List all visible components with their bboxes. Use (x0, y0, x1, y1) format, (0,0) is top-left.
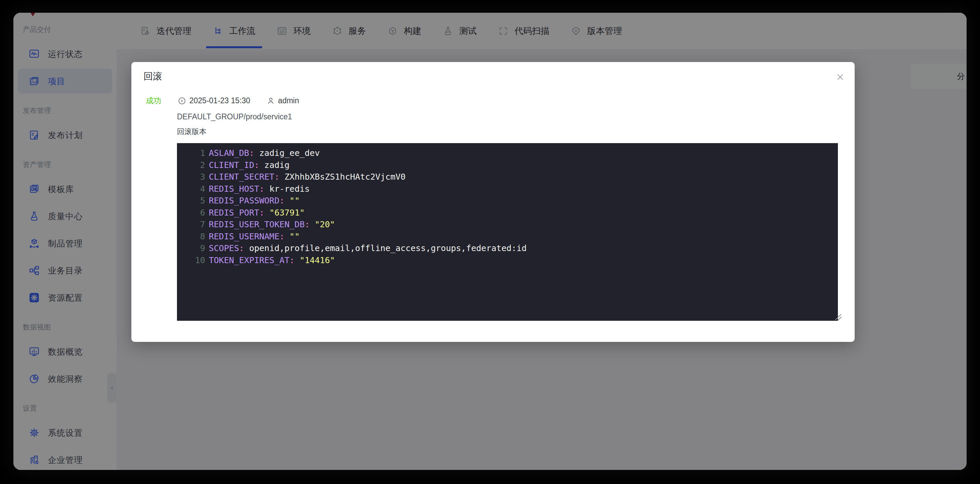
code-text: REDIS_USER_TOKEN_DB: "20" (209, 218, 335, 231)
rollback-version-label: 回滚版本 (177, 127, 207, 137)
close-icon[interactable] (836, 73, 845, 81)
line-number: 4 (177, 183, 205, 195)
code-line: 3CLIENT_SECRET: ZXhhbXBsZS1hcHAtc2VjcmV0 (177, 171, 838, 183)
line-number: 1 (177, 147, 205, 159)
rollback-modal: 回滚 成功 2025-01-23 15:30 (131, 62, 855, 342)
code-line: 7REDIS_USER_TOKEN_DB: "20" (177, 218, 838, 231)
run-time: 2025-01-23 15:30 (189, 96, 250, 105)
code-text: ASLAN_DB: zadig_ee_dev (209, 147, 320, 159)
code-line: 10TOKEN_EXPIRES_AT: "14416" (177, 255, 838, 266)
user-icon (266, 97, 275, 105)
app-background: 产品交付运行状态PM项目发布管理发布计划资产管理模板库质量中心制品管理业务目录资… (13, 13, 967, 470)
code-line: 8REDIS_USERNAME: "" (177, 231, 838, 243)
line-number: 5 (177, 195, 205, 207)
code-line: 5REDIS_PASSWORD: "" (177, 195, 838, 207)
code-text: REDIS_HOST: kr-redis (209, 183, 310, 195)
code-text: CLIENT_SECRET: ZXhhbXBsZS1hcHAtc2VjcmV0 (209, 171, 406, 183)
status-badge: 成功 (146, 96, 161, 106)
resize-grip-icon[interactable] (834, 313, 843, 322)
code-text: TOKEN_EXPIRES_AT: "14416" (209, 255, 335, 266)
run-time-icon (178, 97, 186, 105)
code-line: 9SCOPES: openid,profile,email,offline_ac… (177, 242, 838, 255)
code-line: 4REDIS_HOST: kr-redis (177, 183, 838, 195)
line-number: 7 (177, 218, 205, 231)
line-number: 2 (177, 159, 205, 171)
yaml-code-editor[interactable]: 1ASLAN_DB: zadig_ee_dev2CLIENT_ID: zadig… (177, 143, 838, 321)
line-number: 10 (177, 255, 205, 266)
code-line: 6REDIS_PORT: "63791" (177, 207, 838, 219)
service-path: DEFAULT_GROUP/prod/service1 (177, 112, 292, 121)
line-number: 6 (177, 207, 205, 219)
code-text: SCOPES: openid,profile,email,offline_acc… (209, 242, 527, 255)
line-number: 3 (177, 171, 205, 183)
line-number: 8 (177, 231, 205, 243)
status-row: 成功 2025-01-23 15:30 admin (146, 96, 299, 106)
modal-executor: admin (278, 96, 299, 105)
code-line: 1ASLAN_DB: zadig_ee_dev (177, 147, 838, 159)
modal-title: 回滚 (143, 70, 162, 83)
line-number: 9 (177, 242, 205, 255)
code-text: REDIS_USERNAME: "" (209, 231, 300, 243)
code-text: CLIENT_ID: zadig (209, 159, 290, 171)
code-line: 2CLIENT_ID: zadig (177, 159, 838, 171)
code-text: REDIS_PASSWORD: "" (209, 195, 300, 207)
code-text: REDIS_PORT: "63791" (209, 207, 305, 219)
app-window: 产品交付运行状态PM项目发布管理发布计划资产管理模板库质量中心制品管理业务目录资… (13, 13, 967, 470)
